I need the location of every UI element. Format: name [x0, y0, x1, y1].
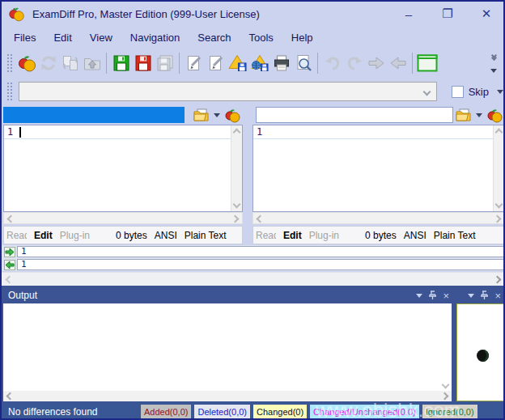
pane-splitter[interactable]	[243, 105, 252, 244]
next-difference-icon	[367, 53, 386, 73]
scroll-right-icon[interactable]	[494, 276, 502, 284]
output-panel-content[interactable]	[3, 303, 452, 391]
scroll-left-icon[interactable]	[6, 276, 14, 284]
toolbar-separator	[106, 53, 107, 74]
ignored-badge: Ignored(0,0)	[422, 405, 477, 419]
left-editor[interactable]: 1	[3, 125, 243, 212]
scroll-right-icon[interactable]	[441, 392, 449, 401]
undo-button[interactable]	[321, 52, 343, 74]
print-button[interactable]	[270, 52, 292, 74]
recompare-button[interactable]	[37, 52, 59, 74]
save-both-icon	[155, 53, 175, 73]
toolbar-options-icon[interactable]	[490, 69, 497, 73]
overview-menu-icon[interactable]	[468, 294, 474, 298]
main-horizontal-scrollbar[interactable]	[2, 272, 505, 286]
combobox-dropdown-icon[interactable]	[423, 88, 431, 96]
right-edit-mode: Edit	[283, 230, 302, 241]
scroll-left-icon[interactable]	[257, 215, 265, 223]
edit-first-icon	[185, 53, 204, 73]
redo-button[interactable]	[343, 52, 365, 74]
changed-badge: Changed(0)	[253, 405, 307, 419]
scroll-down-icon[interactable]	[495, 201, 503, 209]
redo-icon	[345, 53, 364, 73]
save-second-button[interactable]	[132, 52, 154, 74]
overview-pin-icon[interactable]	[481, 291, 488, 300]
menu-edit[interactable]: Edit	[45, 28, 80, 47]
scroll-left-icon[interactable]	[6, 392, 15, 401]
right-compare-icon[interactable]	[486, 108, 503, 123]
save-differences-html-icon	[250, 53, 269, 73]
right-browse-folder-icon[interactable]	[456, 108, 472, 121]
menu-files[interactable]: Files	[5, 28, 45, 47]
save-differences-button[interactable]	[227, 52, 248, 74]
print-preview-button[interactable]	[292, 52, 314, 74]
skip-options-icon[interactable]	[497, 90, 503, 94]
arrow-left-icon	[5, 261, 15, 269]
show-panes-button[interactable]	[416, 52, 438, 74]
right-browse-dropdown-icon[interactable]	[476, 113, 482, 117]
left-line-number: 1	[7, 126, 13, 138]
swap-panes-button[interactable]	[59, 52, 81, 74]
menu-navigation[interactable]: Navigation	[121, 28, 189, 47]
previous-difference-button[interactable]	[387, 52, 409, 74]
session-bar-grip[interactable]	[6, 82, 12, 101]
right-vertical-scrollbar[interactable]	[493, 125, 504, 211]
right-horizontal-scrollbar[interactable]	[252, 212, 505, 224]
left-edit-mode: Edit	[34, 230, 53, 241]
scroll-right-icon[interactable]	[231, 215, 240, 223]
deleted-badge: Deleted(0,0)	[194, 405, 250, 419]
output-horizontal-scrollbar[interactable]	[3, 391, 452, 401]
menu-help[interactable]: Help	[282, 28, 322, 47]
more-buttons-chevron-icon[interactable]	[492, 53, 496, 60]
scroll-up-icon[interactable]	[233, 129, 241, 137]
left-browse-folder-icon[interactable]	[193, 108, 210, 121]
copy-right-button[interactable]	[4, 247, 15, 257]
session-combobox[interactable]	[19, 82, 437, 101]
left-browse-dropdown-icon[interactable]	[214, 113, 220, 117]
save-first-icon	[112, 53, 131, 73]
skip-label: Skip	[469, 86, 489, 98]
output-close-icon[interactable]: ×	[443, 291, 449, 301]
output-menu-icon[interactable]	[416, 294, 422, 298]
left-pane: 1 Read Edit Plug-in 0 bytes ANSI Plain T…	[3, 105, 243, 244]
scroll-down-icon[interactable]	[233, 201, 241, 209]
show-panes-icon	[417, 54, 438, 72]
folder-up-icon	[83, 53, 102, 73]
left-vertical-scrollbar[interactable]	[231, 125, 242, 211]
overview-panel-content[interactable]	[456, 303, 505, 401]
menu-tools[interactable]: Tools	[240, 28, 282, 47]
scroll-left-icon[interactable]	[7, 215, 15, 223]
menu-bar: Files Edit View Navigation Search Tools …	[2, 26, 503, 49]
folder-up-button[interactable]	[81, 52, 103, 74]
minimize-button[interactable]: –	[400, 5, 418, 23]
maximize-button[interactable]: ❐	[439, 5, 456, 23]
output-pin-icon[interactable]	[429, 291, 436, 300]
left-text-caret	[19, 127, 21, 138]
close-button[interactable]: ✕	[477, 5, 495, 23]
edit-first-button[interactable]	[183, 52, 205, 74]
right-editor[interactable]: 1	[252, 125, 505, 212]
skip-checkbox[interactable]	[452, 86, 464, 98]
save-differences-html-button[interactable]	[248, 52, 270, 74]
menu-view[interactable]: View	[81, 28, 121, 47]
save-both-button[interactable]	[154, 52, 176, 74]
output-panel-title: Output	[8, 290, 37, 301]
left-path-field[interactable]	[3, 107, 185, 123]
save-first-button[interactable]	[110, 52, 132, 74]
left-file-size: 0 bytes	[116, 230, 147, 241]
toolbar-grip[interactable]	[6, 53, 12, 73]
compare-button[interactable]	[15, 52, 37, 74]
next-difference-button[interactable]	[365, 52, 387, 74]
left-plugin-mode: Plug-in	[60, 230, 90, 241]
scroll-right-icon[interactable]	[494, 215, 502, 223]
compare-icon	[17, 53, 36, 73]
left-horizontal-scrollbar[interactable]	[3, 212, 243, 224]
right-path-field[interactable]	[256, 107, 453, 123]
overview-close-icon[interactable]: ×	[494, 291, 501, 301]
menu-search[interactable]: Search	[189, 28, 240, 47]
edit-second-button[interactable]	[205, 52, 227, 74]
scroll-down-icon[interactable]	[442, 381, 450, 389]
left-compare-icon[interactable]	[224, 108, 240, 123]
copy-left-button[interactable]	[4, 260, 15, 270]
scroll-up-icon[interactable]	[495, 129, 503, 137]
